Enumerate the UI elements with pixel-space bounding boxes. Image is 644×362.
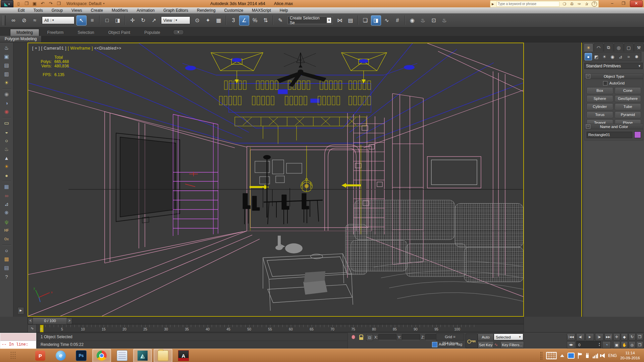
close-button[interactable]: ✕ <box>630 0 643 7</box>
separator[interactable] <box>2 245 11 245</box>
viewport-label[interactable]: [ + ] [ Camera01 ] [ Wireframe ] <<Disab… <box>32 46 121 51</box>
rock-object-icon[interactable]: ❋ <box>2 209 11 217</box>
key-mode-toggle[interactable]: ◀▶ <box>567 341 575 349</box>
separator[interactable] <box>358 15 358 25</box>
menu-edit[interactable]: Edit <box>13 7 29 13</box>
viewport-camera-menu[interactable]: [ Camera01 ] <box>41 46 66 51</box>
frame-spinner[interactable]: ▲▼ <box>598 341 601 348</box>
go-to-end-button[interactable]: ▶▶| <box>604 333 613 341</box>
network-icon[interactable] <box>593 353 598 358</box>
camera-night-icon[interactable]: ◑ <box>2 99 11 107</box>
menu-help[interactable]: Help <box>275 7 292 13</box>
volume-icon[interactable] <box>601 353 605 358</box>
autogrid-checkbox[interactable] <box>603 81 607 85</box>
tab-freeform[interactable]: Freeform <box>41 29 70 36</box>
select-and-link-icon[interactable]: ∞ <box>8 15 18 25</box>
taskbar-calculator[interactable] <box>113 349 131 362</box>
default-in-out-tangents-icon[interactable]: ∿ <box>493 342 499 348</box>
taskbar-autocad[interactable]: A <box>174 349 193 362</box>
use-pivot-center-icon[interactable]: ⊙ <box>192 15 202 25</box>
tab-object-paint[interactable]: Object Paint <box>102 29 136 36</box>
angle-snap-icon[interactable]: ∠ <box>239 15 249 25</box>
menu-views[interactable]: Views <box>67 7 87 13</box>
viewport-shading-menu[interactable]: [ Wireframe ] <box>68 46 93 51</box>
menu-rendering[interactable]: Rendering <box>193 7 220 13</box>
cylinder-button[interactable]: Cylinder <box>587 103 613 110</box>
tab-modeling[interactable]: Modeling <box>10 29 39 36</box>
tab-populate[interactable]: Populate <box>138 29 166 36</box>
edit-named-selection-sets-icon[interactable]: ✎ <box>275 15 285 25</box>
taskbar-internet-explorer[interactable]: e <box>51 349 70 362</box>
zoom-extents-all-icon[interactable]: ❒ <box>636 333 643 341</box>
camera-storyboard-icon[interactable]: ◉ <box>2 90 11 98</box>
menu-create[interactable]: Create <box>87 7 107 13</box>
menu-graph-editors[interactable]: Graph Editors <box>159 7 193 13</box>
maximize-viewport-toggle-icon[interactable]: ❐ <box>636 341 643 349</box>
sun-light-icon[interactable]: ☀ <box>2 163 11 171</box>
category-space-warps[interactable]: ≈ <box>625 53 632 60</box>
previous-frame-button[interactable]: ◀| <box>576 333 585 341</box>
set-keys-button[interactable] <box>466 334 478 348</box>
render-setup-icon[interactable]: ♨ <box>418 15 428 25</box>
go-to-start-button[interactable]: |◀◀ <box>567 333 575 341</box>
geosphere-button[interactable]: GeoSphere <box>615 95 641 102</box>
tab-motion[interactable]: ◎ <box>614 43 624 52</box>
geosphere-icon[interactable]: ○ <box>2 246 11 254</box>
hairball-icon[interactable]: Ox <box>2 235 11 243</box>
primitives-dropdown[interactable]: Standard Primitives▼ <box>584 63 643 69</box>
absolute-offset-toggle-icon[interactable]: ⊡ <box>366 334 373 341</box>
dolly-camera-icon[interactable]: ✛ <box>613 333 620 341</box>
grass-object-icon[interactable]: ψ <box>2 218 11 226</box>
object-name-field[interactable]: Rectangle01 <box>587 132 632 138</box>
category-geometry[interactable]: ● <box>585 53 592 60</box>
rectangular-selection-icon[interactable]: □ <box>102 15 112 25</box>
camera-viewport[interactable]: [ + ] [ Camera01 ] [ Wireframe ] <<Disab… <box>28 43 524 317</box>
viewport-pos-menu[interactable]: [ + ] <box>32 46 40 51</box>
tab-display[interactable]: ▢ <box>624 43 634 52</box>
sphere-light-icon[interactable]: ○ <box>2 136 11 144</box>
macro-recorder-pane[interactable] <box>0 333 36 341</box>
track-bar[interactable]: 0510152025303540455055606570758085909510… <box>36 324 524 332</box>
sphere-button[interactable]: Sphere <box>587 95 613 102</box>
collapse-icon[interactable]: − <box>586 124 590 129</box>
pyramid-button[interactable]: Pyramid <box>615 111 641 118</box>
separator[interactable] <box>99 15 100 25</box>
language-indicator[interactable]: ENG <box>608 353 617 358</box>
material-editor-icon[interactable]: ◉ <box>407 15 417 25</box>
toolbar-flyout-arrow[interactable]: ▶ <box>17 307 24 314</box>
category-shapes[interactable]: ◩ <box>593 53 600 60</box>
action-center-flag-icon[interactable] <box>578 353 582 359</box>
roll-camera-icon[interactable]: ↻ <box>629 333 636 341</box>
hair-fur-icon[interactable]: HF <box>2 226 11 234</box>
current-frame-field[interactable]: 0 <box>576 341 601 348</box>
keyboard-override-icon[interactable]: ▦ <box>214 15 224 25</box>
torus-button[interactable]: Torus <box>587 111 613 118</box>
touch-keyboard-icon[interactable] <box>546 352 557 359</box>
layer-manager-icon[interactable]: ❏ <box>360 15 370 25</box>
scene-explorer-toggle-icon[interactable]: ◨ <box>371 15 381 25</box>
category-systems[interactable]: ✺ <box>633 53 640 60</box>
collapse-icon[interactable]: − <box>586 74 590 78</box>
separator[interactable] <box>2 88 11 89</box>
spinner-snap-icon[interactable]: ⇅ <box>261 15 271 25</box>
maxscript-mini-listener[interactable]: -- In line: <box>0 333 36 349</box>
cone-button[interactable]: Cone <box>615 87 641 94</box>
select-and-manipulate-icon[interactable]: ✦ <box>203 15 213 25</box>
separator[interactable] <box>226 15 226 25</box>
cone-light-icon[interactable]: ▲ <box>2 154 11 162</box>
mirror-icon[interactable]: ⋈ <box>335 15 345 25</box>
search-input[interactable] <box>496 1 559 7</box>
video-camera-icon[interactable]: ◉ <box>2 108 11 116</box>
tab-modify[interactable]: ◠ <box>594 43 603 52</box>
toolbar-grip[interactable] <box>3 15 6 25</box>
tab-selection[interactable]: Selection <box>71 29 100 36</box>
isolate-selection-icon[interactable] <box>352 335 355 339</box>
time-slider-handle[interactable]: 0 / 100 <box>33 317 67 324</box>
power-icon[interactable] <box>585 353 589 358</box>
box-button[interactable]: Box <box>587 87 613 94</box>
menu-customize[interactable]: Customize <box>220 7 248 13</box>
select-and-rotate-icon[interactable]: ↻ <box>138 15 148 25</box>
named-selection-set-dropdown[interactable]: Create Selection Se▼ <box>287 16 333 24</box>
menu-group[interactable]: Group <box>47 7 67 13</box>
show-hidden-icons[interactable] <box>560 354 564 357</box>
